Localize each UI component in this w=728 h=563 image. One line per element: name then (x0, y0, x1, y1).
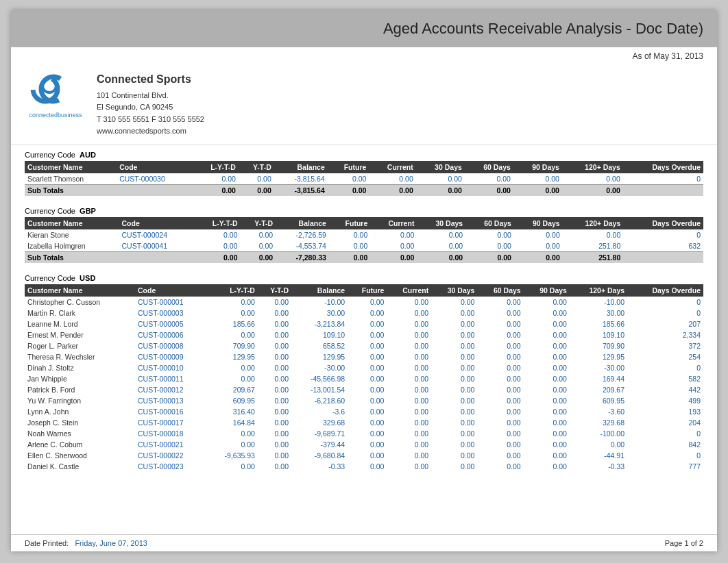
col-overdue: Days Overdue (623, 161, 703, 173)
table-row: Leanne M. LordCUST-000005185.660.00-3,21… (25, 318, 703, 329)
footer-label: Date Printed: (25, 539, 69, 547)
footer-date-section: Date Printed: Friday, June 07, 2013 (25, 539, 147, 547)
col-ytd: Y-T-D (239, 161, 274, 173)
subtotals-row: Sub Totals0.000.00-7,280.330.000.000.000… (25, 251, 703, 263)
as-of-date: As of May 31, 2013 (11, 47, 717, 64)
usd-header-row: Customer Name Code L-Y-T-D Y-T-D Balance… (25, 284, 703, 297)
report-title: Aged Accounts Receivable Analysis - Doc … (25, 20, 703, 38)
col-customer-name: Customer Name (25, 217, 119, 229)
col-90days: 90 Days (513, 161, 562, 173)
company-section: connectedbusiness Connected Sports 101 C… (11, 64, 717, 145)
col-60days: 60 Days (465, 161, 513, 173)
gbp-table: Customer Name Code L-Y-T-D Y-T-D Balance… (25, 217, 703, 263)
table-row: Kieran StoneCUST-0000240.000.00-2,726.59… (25, 229, 703, 240)
company-phone: T 310 555 5551 F 310 555 5552 (97, 114, 204, 126)
table-row: Joseph C. SteinCUST-000017164.840.00329.… (25, 417, 703, 428)
report-header-bar: Aged Accounts Receivable Analysis - Doc … (11, 10, 717, 47)
col-30days: 30 Days (416, 161, 465, 173)
currency-code-gbp: Currency Code GBP (25, 207, 703, 215)
col-120days: 120+ Days (562, 161, 623, 173)
report-content: Currency Code AUD Customer Name Code L-Y… (11, 145, 717, 534)
table-row: Noah WarnesCUST-0000180.000.00-9,689.710… (25, 428, 703, 439)
company-name: Connected Sports (97, 71, 204, 88)
table-row: Jan WhippleCUST-0000110.000.00-45,566.98… (25, 373, 703, 384)
company-logo (25, 71, 73, 108)
table-row: Daniel K. CastleCUST-0000230.000.00-0.33… (25, 461, 703, 472)
table-row: Christopher C. CussonCUST-0000010.000.00… (25, 297, 703, 308)
currency-section-aud: Currency Code AUD Customer Name Code L-Y… (25, 151, 703, 196)
col-future: Future (328, 161, 369, 173)
table-row: Ernest M. PenderCUST-0000060.000.00109.1… (25, 329, 703, 340)
table-row: Dinah J. StoltzCUST-0000100.000.00-30.00… (25, 362, 703, 373)
table-row: Martin R. ClarkCUST-0000030.000.0030.000… (25, 308, 703, 318)
aud-header-row: Customer Name Code L-Y-T-D Y-T-D Balance… (25, 161, 703, 173)
col-code: Code (119, 217, 195, 229)
table-row: Roger L. ParkerCUST-000008709.900.00658.… (25, 340, 703, 351)
table-row: Patrick B. FordCUST-000012209.670.00-13,… (25, 384, 703, 395)
currency-code-aud: Currency Code AUD (25, 151, 703, 159)
usd-table: Customer Name Code L-Y-T-D Y-T-D Balance… (25, 284, 703, 472)
currency-code-usd: Currency Code USD (25, 274, 703, 282)
currency-section-usd: Currency Code USD Customer Name Code L-Y… (25, 274, 703, 472)
company-address1: 101 Continental Blvd. (97, 90, 204, 102)
footer-page: Page 1 of 2 (665, 539, 703, 547)
table-row: Scarlett ThomsonCUST-0000300.000.00-3,81… (25, 173, 703, 185)
table-row: Yu W. FarringtonCUST-000013609.950.00-6,… (25, 395, 703, 406)
col-code: Code (135, 284, 207, 297)
table-row: Ellen C. SherwoodCUST-000022-9,635.930.0… (25, 450, 703, 461)
company-info: Connected Sports 101 Continental Blvd. E… (97, 71, 204, 138)
table-row: Izabella HolmgrenCUST-0000410.000.00-4,5… (25, 240, 703, 252)
logo-area: connectedbusiness (25, 71, 86, 118)
report-page: Aged Accounts Receivable Analysis - Doc … (11, 10, 717, 551)
table-row: Theresa R. WechslerCUST-000009129.950.00… (25, 351, 703, 362)
report-footer: Date Printed: Friday, June 07, 2013 Page… (11, 534, 717, 551)
company-address2: El Segundo, CA 90245 (97, 101, 204, 114)
col-lytd: L-Y-T-D (193, 161, 239, 173)
subtotals-row: Sub Totals0.000.00-3,815.640.000.000.000… (25, 184, 703, 196)
table-row: Lynn A. JohnCUST-000016316.400.00-3.60.0… (25, 406, 703, 417)
col-customer-name: Customer Name (25, 284, 135, 297)
col-current: Current (369, 161, 415, 173)
col-code: Code (117, 161, 193, 173)
footer-date: Friday, June 07, 2013 (75, 539, 147, 547)
company-website: www.connectedsports.com (97, 125, 204, 138)
logo-text: connectedbusiness (25, 112, 86, 118)
aud-table: Customer Name Code L-Y-T-D Y-T-D Balance… (25, 161, 703, 196)
gbp-header-row: Customer Name Code L-Y-T-D Y-T-D Balance… (25, 217, 703, 229)
col-customer-name: Customer Name (25, 161, 117, 173)
currency-section-gbp: Currency Code GBP Customer Name Code L-Y… (25, 207, 703, 263)
col-balance: Balance (274, 161, 328, 173)
table-row: Arlene C. CobumCUST-0000210.000.00-379.4… (25, 439, 703, 450)
